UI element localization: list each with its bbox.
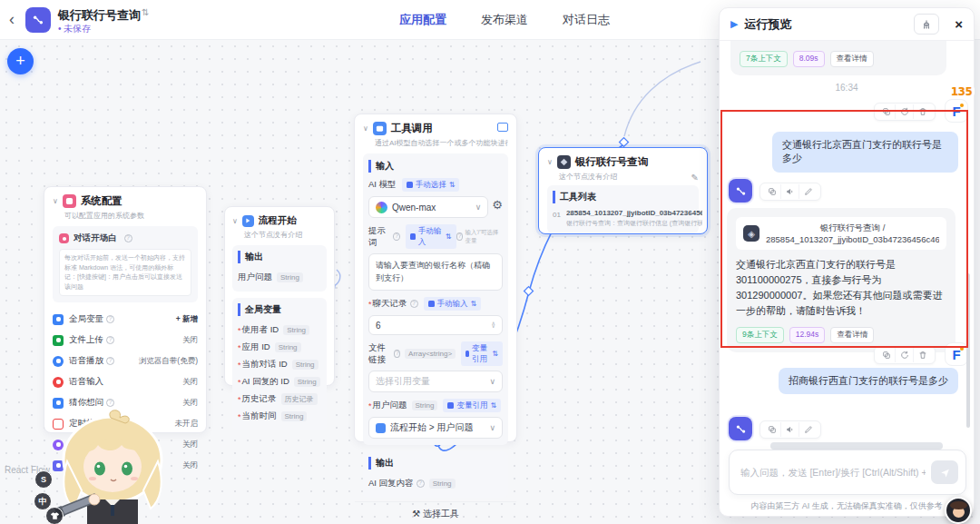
mode-tag[interactable]: 手动输入⇅ <box>424 297 482 311</box>
speaker-icon[interactable] <box>781 422 799 437</box>
help-icon[interactable] <box>124 234 132 242</box>
tool-call-icon <box>373 122 387 135</box>
retry-icon[interactable] <box>896 104 914 119</box>
mode-tag[interactable]: 手动输入⇅ <box>406 224 456 249</box>
copy-icon[interactable] <box>763 422 781 437</box>
select-tool-button[interactable]: ⚒ 选择工具 <box>355 501 516 520</box>
chat-scrollbar[interactable] <box>966 273 970 428</box>
mode-tag[interactable]: 手动选择⇅ <box>402 178 460 192</box>
mode-tag[interactable]: 变量引用⇅ <box>461 341 503 366</box>
copy-icon[interactable] <box>877 348 896 362</box>
chevron-down-icon[interactable]: ∨ <box>232 217 238 225</box>
duration-tag[interactable]: 8.09s <box>793 51 825 67</box>
docs-icon[interactable] <box>497 123 508 132</box>
speaker-icon[interactable] <box>781 184 799 199</box>
output-row: 用户问题 String <box>238 269 321 286</box>
help-icon[interactable] <box>410 300 418 308</box>
retry-icon[interactable] <box>896 348 914 362</box>
clear-chat-button[interactable] <box>914 14 939 35</box>
context-tag[interactable]: 9条上下文 <box>736 327 784 343</box>
tool-card-id: 285854_1013207_jjyibotID_03b47236456c46f… <box>766 234 939 244</box>
chat-input[interactable] <box>740 467 926 478</box>
edit-pencil-icon[interactable]: ✎ <box>691 173 699 183</box>
var-row: *应用 IDString <box>238 339 321 356</box>
user-avatar: F <box>945 342 968 366</box>
back-button[interactable]: ‹ <box>9 10 15 29</box>
chat-input-container <box>729 450 966 495</box>
node-tool-call[interactable]: ∨ 工具调用 通过AI模型自动选择一个或多个功能块进行调用，也可以对插件进行调用… <box>354 114 517 442</box>
play-icon: ▶ <box>730 18 738 30</box>
prompt-textarea[interactable]: 请输入要查询的银行名称（精确到支行） <box>368 253 503 291</box>
assistant-avatar[interactable] <box>945 497 972 524</box>
plugin-icon: ◈ <box>743 225 760 242</box>
help-icon[interactable] <box>106 357 114 365</box>
message-actions <box>760 183 821 201</box>
edit-icon[interactable] <box>799 184 818 199</box>
bot-avatar <box>729 179 752 203</box>
tab-publish-channel[interactable]: 发布渠道 <box>481 12 528 28</box>
widget-button-s[interactable]: S <box>34 470 53 489</box>
tab-chat-logs[interactable]: 对话日志 <box>563 12 610 28</box>
delete-icon[interactable] <box>914 348 932 362</box>
setting-row-tts[interactable]: 语音播放 浏览器自带(免费) <box>53 351 198 371</box>
node-system-config[interactable]: ∨ 系统配置 可以配置应用的系统参数 对话开场白 每次对话开始前，发送一个初始内… <box>44 186 207 433</box>
setting-row-voice-input[interactable]: 语音输入 关闭 <box>53 371 198 392</box>
add-node-button[interactable]: + <box>7 48 34 74</box>
file-link-select[interactable]: 选择引用变量 ∨ <box>368 371 503 392</box>
opening-card: 对话开场白 每次对话开始前，发送一个初始内容，支持标准 Markdown 语法，… <box>53 226 198 302</box>
history-count-stepper[interactable]: 6 ∧∨ <box>368 315 503 335</box>
model-select[interactable]: Qwen-max ∨ <box>368 196 488 218</box>
switch-icon: ⇅ <box>471 300 477 308</box>
node-flow-start[interactable]: ∨ 流程开始 这个节点没有介绍 输出 用户问题 String 全局变量 *使用者… <box>224 206 335 386</box>
node-title: 工具调用 <box>391 122 433 135</box>
section-tool-list: 工具列表 <box>553 191 693 203</box>
help-icon[interactable] <box>106 399 114 407</box>
detail-link[interactable]: 查看详情 <box>830 327 874 343</box>
user-avatar: F <box>945 99 968 123</box>
edit-icon[interactable] <box>799 422 818 437</box>
context-tag[interactable]: 7条上下文 <box>740 51 788 67</box>
message-actions <box>874 346 936 364</box>
preview-header: ▶ 运行预览 × <box>720 8 974 41</box>
help-icon[interactable] <box>106 315 114 323</box>
mascot-character <box>47 407 174 524</box>
chevron-down-icon[interactable]: ∨ <box>363 124 368 133</box>
node-title: 系统配置 <box>81 194 122 208</box>
setting-row-file-upload[interactable]: 文件上传 关闭 <box>53 330 198 351</box>
detail-link[interactable]: 查看详情 <box>830 51 874 67</box>
duration-tag[interactable]: 12.94s <box>789 327 826 343</box>
help-icon[interactable] <box>393 232 400 241</box>
widget-button-outfit[interactable] <box>45 507 64 524</box>
user-question-select[interactable]: 流程开始 > 用户问题 ∨ <box>368 417 503 439</box>
rename-sort-icon[interactable]: ⇅ <box>142 7 149 17</box>
var-row: *AI 回复的 IDString <box>238 373 321 391</box>
help-icon[interactable] <box>106 336 114 344</box>
help-icon[interactable] <box>394 350 400 358</box>
send-button[interactable] <box>931 460 958 484</box>
var-row: *使用者 IDString <box>238 321 321 339</box>
page-title: 银行联行号查询 <box>58 7 141 24</box>
gear-icon[interactable]: ⚙ <box>492 198 503 212</box>
delete-icon[interactable] <box>914 104 932 119</box>
annotation-badge: 135 <box>948 84 975 98</box>
main-nav: 应用配置 发布渠道 对话日志 <box>399 0 610 40</box>
copy-icon[interactable] <box>877 104 896 119</box>
chevron-down-icon[interactable]: ∨ <box>547 158 553 166</box>
copy-icon[interactable] <box>763 184 781 199</box>
close-icon[interactable]: × <box>955 16 963 32</box>
ai-disclaimer: 内容由第三方 AI 生成，无法确保真实准确，仅供参考 <box>720 500 974 512</box>
tool-list-item[interactable]: 01 285854_1013207_jjyibotID_03b47236456c… <box>553 209 693 228</box>
chevron-down-icon[interactable]: ∨ <box>53 197 58 205</box>
switch-icon: ⇅ <box>449 181 456 189</box>
section-input: 输入 <box>368 160 503 173</box>
mode-tag[interactable]: 变量引用⇅ <box>443 399 501 412</box>
message-actions <box>760 420 821 439</box>
tab-app-config[interactable]: 应用配置 <box>399 12 446 28</box>
node-bank-lookup[interactable]: ∨ 银行联行号查询 这个节点没有介绍 ✎ 工具列表 01 285854_1013… <box>538 147 708 234</box>
type-pill: String <box>412 400 438 410</box>
opening-textarea[interactable]: 每次对话开始前，发送一个初始内容，支持标准 Markdown 语法，可使用的额外… <box>59 249 191 296</box>
output-row: AI 回复内容 String <box>368 475 503 492</box>
tool-result-card[interactable]: ◈ 银行联行号查询 / 285854_1013207_jjyibotID_03b… <box>736 217 946 250</box>
help-icon[interactable] <box>416 480 425 488</box>
setting-row-global-vars[interactable]: 全局变量 + 新增 <box>53 309 198 330</box>
